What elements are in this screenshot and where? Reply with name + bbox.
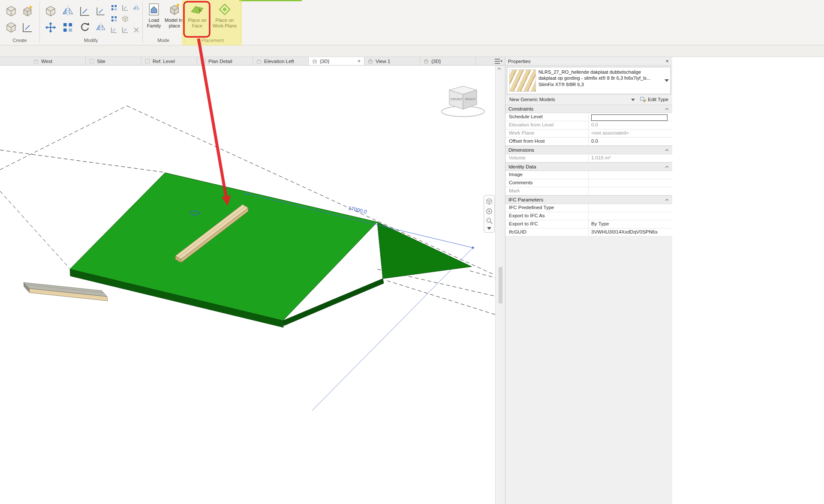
- collapse-chevron-icon: [665, 107, 669, 111]
- navigation-bar[interactable]: [484, 195, 495, 233]
- filter-row: New Generic Models Edit Type: [505, 94, 672, 105]
- modify-tool-icon[interactable]: [132, 3, 141, 12]
- place-on-work-plane-button[interactable]: Place on Work Plane: [210, 2, 239, 28]
- modify-tool-icon[interactable]: [121, 3, 129, 12]
- section-header-constraints[interactable]: Constraints: [505, 105, 672, 113]
- properties-header: Properties ×: [505, 57, 672, 66]
- dimension-text: 17000.0: [348, 205, 367, 215]
- modify-rotate-icon[interactable]: [77, 20, 93, 35]
- modify-mirror-icon[interactable]: [60, 3, 75, 19]
- type-selector[interactable]: NLRS_27_RO_hellende dakplaat dubbelschal…: [507, 67, 671, 94]
- scroll-up-icon[interactable]: [497, 67, 502, 70]
- property-row: Volume 1.015 m³: [505, 154, 672, 162]
- create-model-icon[interactable]: [20, 3, 35, 19]
- panel-label-create: Create: [0, 38, 39, 44]
- modify-align-icon[interactable]: [77, 3, 93, 19]
- view-tab-3d-active[interactable]: {3D}×: [309, 57, 364, 65]
- modify-trim-icon[interactable]: [94, 5, 107, 18]
- create-solid-icon[interactable]: [3, 20, 19, 35]
- property-row: Offset from Host 0.0: [505, 138, 672, 146]
- viewcube[interactable]: FRONT RIGHT: [442, 86, 484, 117]
- chevron-down-icon: [631, 97, 635, 102]
- plan-view-icon: [145, 59, 150, 64]
- house-3d-view-icon: [312, 59, 317, 64]
- elevation-view-icon: [33, 59, 39, 64]
- modify-move-icon[interactable]: [43, 20, 58, 35]
- property-row: Export to IFC By Type: [505, 220, 672, 228]
- zoom-icon[interactable]: [486, 217, 493, 224]
- model-inplace-button[interactable]: Model In-place: [165, 2, 184, 28]
- modify-tool-icon[interactable]: [121, 15, 129, 23]
- property-row: Mark: [505, 187, 672, 195]
- create-component-icon[interactable]: [3, 3, 19, 19]
- property-row: IFC Predefined Type: [505, 204, 672, 212]
- edit-type-icon: [640, 96, 646, 102]
- load-family-button[interactable]: Load Family: [144, 2, 164, 28]
- modify-tool-icon[interactable]: [121, 26, 129, 34]
- house-3d-view-icon: [424, 59, 429, 64]
- section-header-dimensions[interactable]: Dimensions: [505, 146, 672, 154]
- 3d-canvas[interactable]: 17000.0 FRONT RIGHT: [0, 66, 495, 504]
- panel-separator: [142, 2, 143, 43]
- type-preview-image: [509, 69, 536, 92]
- edit-type-button[interactable]: Edit Type: [638, 96, 670, 104]
- tab-list-menu-icon[interactable]: [494, 58, 502, 65]
- place-on-face-button[interactable]: Place on Face: [185, 2, 209, 28]
- panel-separator: [39, 2, 40, 43]
- viewcube-front-label: FRONT: [451, 97, 463, 101]
- view-tab-west[interactable]: West: [30, 57, 86, 65]
- view-tab-plan-detail[interactable]: Plan Detail: [197, 57, 253, 65]
- modify-tool-icon[interactable]: [110, 15, 118, 23]
- canvas-scrollbar[interactable]: [495, 66, 502, 504]
- close-panel-icon[interactable]: ×: [665, 58, 670, 64]
- type-name: NLRS_27_RO_hellende dakplaat dubbelschal…: [538, 67, 663, 87]
- place-on-work-plane-icon: [218, 3, 232, 16]
- modify-tool-icon[interactable]: [110, 3, 118, 12]
- view-tab-bar: West Site Ref. Level Plan Detail Elevati…: [0, 57, 505, 66]
- panel-separator: [184, 2, 185, 43]
- property-row: Export to IFC As: [505, 212, 672, 220]
- view-tab-site[interactable]: Site: [86, 57, 141, 65]
- section-header-ifc-parameters[interactable]: IFC Parameters: [505, 195, 672, 204]
- view-tab-ref-level[interactable]: Ref. Level: [141, 57, 197, 65]
- collapse-chevron-icon: [665, 165, 669, 168]
- property-row: Schedule Level: [505, 113, 672, 121]
- collapse-chevron-icon: [665, 148, 669, 152]
- place-on-face-icon: [190, 3, 204, 16]
- model-view[interactable]: 17000.0 FRONT RIGHT: [0, 66, 495, 504]
- modify-delete-icon[interactable]: [132, 26, 141, 34]
- viewcube-right-label: RIGHT: [465, 97, 476, 101]
- property-row: Image: [505, 171, 672, 179]
- model-inplace-icon: [168, 3, 181, 16]
- chevron-down-icon[interactable]: [487, 227, 491, 230]
- ribbon: Create Modify Load Family Model In-place…: [0, 0, 824, 45]
- ground-beam[interactable]: [24, 282, 108, 301]
- navcube-icon[interactable]: [486, 198, 493, 205]
- house-3d-view-icon: [368, 59, 373, 64]
- schedule-level-input[interactable]: [591, 114, 668, 121]
- plan-view-icon: [89, 59, 94, 64]
- load-family-icon: [147, 3, 161, 16]
- modify-array-icon[interactable]: [60, 20, 75, 35]
- close-tab-icon[interactable]: ×: [358, 58, 361, 64]
- modify-tool-icon[interactable]: [110, 26, 118, 34]
- section-header-identity-data[interactable]: Identity Data: [505, 162, 672, 171]
- modify-cope-icon[interactable]: [43, 3, 58, 19]
- contextual-tab-strip: [239, 0, 302, 1]
- steering-wheel-icon[interactable]: [486, 208, 493, 215]
- family-filter-dropdown[interactable]: New Generic Models: [508, 96, 637, 104]
- panel-label-modify: Modify: [39, 38, 142, 44]
- view-tab-elevation-left[interactable]: Elevation Left: [253, 57, 309, 65]
- property-row: IfcGUID 3VWHU30I14XxdDqV0SPN6s: [505, 228, 672, 237]
- view-tab-view1[interactable]: View 1: [364, 57, 420, 65]
- create-group-icon[interactable]: [20, 20, 35, 35]
- property-row: Elevation from Level 0.0: [505, 121, 672, 129]
- properties-panel: Properties × NLRS_27_RO_hellende dakplaa…: [505, 57, 672, 504]
- type-selector-caret-icon[interactable]: [663, 79, 671, 82]
- view-tab-3d-2[interactable]: {3D}: [420, 57, 476, 65]
- property-row: Comments: [505, 179, 672, 187]
- panel-label-placement: Placement: [184, 38, 241, 44]
- roof-geometry[interactable]: [70, 173, 472, 327]
- elevation-view-icon: [256, 59, 262, 64]
- modify-split-icon[interactable]: [94, 21, 107, 34]
